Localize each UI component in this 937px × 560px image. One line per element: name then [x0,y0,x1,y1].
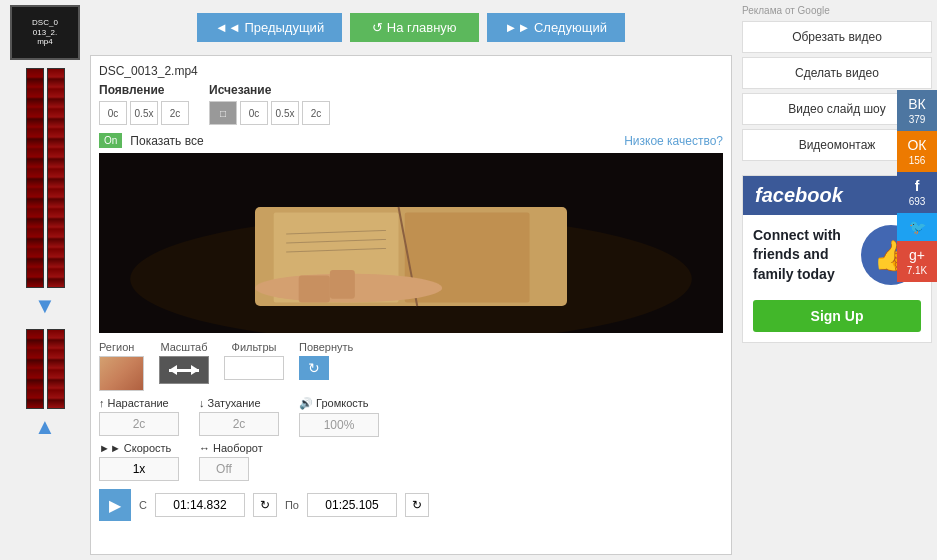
filter-input[interactable] [224,356,284,380]
playback-controls: ↑ Нарастание ↓ Затухание 🔊 Громкость [99,397,723,437]
volume-label: 🔊 Громкость [299,397,379,410]
effects-row: Появление 0c 0.5x 2c Исчезание □ 0c 0.5x [99,83,723,125]
twitter-icon: 🐦 [909,219,926,235]
on-badge[interactable]: On [99,133,122,148]
to-time-input[interactable] [307,493,397,517]
app-container: DSC_0013_2.mp4 ▼ ▲ ◄◄ Предыдущий ↺ На гл… [0,0,937,560]
reverse-control: ↔ Наоборот [199,442,263,481]
speed-controls: ►► Скорость ↔ Наоборот [99,442,723,481]
ok-button[interactable]: ОК 156 [897,131,937,172]
reverse-label: ↔ Наоборот [199,442,263,454]
thumb-label: DSC_0013_2.mp4 [32,18,58,47]
googleplus-icon: g+ [909,247,925,263]
vk-icon: ВК [908,96,926,112]
volume-control: 🔊 Громкость [299,397,379,437]
film-strip: DSC_0013_2.mp4 ▼ ▲ [0,0,90,560]
facebook-text: Connect with friends and family today [753,226,853,285]
svg-rect-7 [299,275,330,302]
scale-control: Масштаб [159,341,209,384]
volume-input[interactable] [299,413,379,437]
from-label: С [139,499,147,511]
disappear-btn-2c[interactable]: 2c [302,101,330,125]
facebook-title: facebook [755,184,843,207]
vk-button[interactable]: ВК 379 [897,90,937,131]
filter-control: Фильтры [224,341,284,380]
to-label: По [285,499,299,511]
make-video-button[interactable]: Сделать видео [742,57,932,89]
speed-label: ►► Скорость [99,442,179,454]
reverse-toggle[interactable] [199,457,249,481]
rotate-label: Повернуть [299,341,353,353]
rise-label: ↑ Нарастание [99,397,179,409]
appearance-section: Появление 0c 0.5x 2c [99,83,189,125]
filename: DSC_0013_2.mp4 [99,64,723,78]
next-button[interactable]: ►► Следующий [487,13,625,42]
waveform-right [47,68,65,288]
vk-count: 379 [909,114,926,125]
trim-video-button[interactable]: Обрезать видео [742,21,932,53]
film-thumbnail[interactable]: DSC_0013_2.mp4 [10,5,80,60]
timeline-controls: ▶ С ↻ По ↻ [99,489,723,521]
fade-label: ↓ Затухание [199,397,279,409]
googleplus-button[interactable]: g+ 7.1K [897,241,937,282]
disappearance-section: Исчезание □ 0c 0.5x 2c [209,83,330,125]
center-panel: ◄◄ Предыдущий ↺ На главную ►► Следующий … [90,0,737,560]
waveform-bottom-left [26,329,44,409]
top-navigation: ◄◄ Предыдущий ↺ На главную ►► Следующий [90,5,732,50]
bottom-controls: Регион Масштаб Фильтры [99,341,723,391]
twitter-button[interactable]: 🐦 [897,213,937,241]
quality-bar: On Показать все Низкое качество? [99,133,723,148]
region-label: Регион [99,341,144,353]
rotate-control: Повернуть ↻ [299,341,353,380]
show-all-label: Показать все [130,134,203,148]
disappear-btn-square[interactable]: □ [209,101,237,125]
ad-label: Реклама от Google [742,5,932,16]
waveform-left [26,68,44,288]
scroll-up-arrow[interactable]: ▲ [34,414,56,440]
facebook-share-count: 693 [909,196,926,207]
video-editor: DSC_0013_2.mp4 Появление 0c 0.5x 2c Исче… [90,55,732,555]
rise-control: ↑ Нарастание [99,397,179,437]
scale-icon[interactable] [159,356,209,384]
disappear-btn-05x[interactable]: 0.5x [271,101,299,125]
speed-input[interactable] [99,457,179,481]
scale-label: Масштаб [159,341,209,353]
scroll-down-arrow[interactable]: ▼ [34,293,56,319]
video-frame [99,153,723,333]
from-time-input[interactable] [155,493,245,517]
disappearance-label: Исчезание [209,83,330,97]
rotate-button[interactable]: ↻ [299,356,329,380]
from-refresh-button[interactable]: ↻ [253,493,277,517]
waveform-bottom-right [47,329,65,409]
googleplus-count: 7.1K [907,265,928,276]
facebook-share-button[interactable]: f 693 [897,172,937,213]
ok-count: 156 [909,155,926,166]
facebook-share-icon: f [915,178,920,194]
main-button[interactable]: ↺ На главную [350,13,478,42]
svg-rect-8 [330,270,355,299]
filter-label: Фильтры [224,341,284,353]
facebook-tagline: Connect with friends and family today [753,226,853,285]
disappear-btn-0c[interactable]: 0c [240,101,268,125]
video-preview [99,153,723,333]
appear-btn-0c[interactable]: 0c [99,101,127,125]
facebook-signup-button[interactable]: Sign Up [753,300,921,332]
fade-control: ↓ Затухание [199,397,279,437]
fade-input[interactable] [199,412,279,436]
low-quality-link[interactable]: Низкое качество? [624,134,723,148]
appear-btn-05x[interactable]: 0.5x [130,101,158,125]
ok-icon: ОК [907,137,926,153]
region-thumbnail[interactable] [99,356,144,391]
prev-button[interactable]: ◄◄ Предыдущий [197,13,342,42]
appear-btn-2c[interactable]: 2c [161,101,189,125]
to-refresh-button[interactable]: ↻ [405,493,429,517]
play-button[interactable]: ▶ [99,489,131,521]
rise-input[interactable] [99,412,179,436]
speed-control: ►► Скорость [99,442,179,481]
social-bar: ВК 379 ОК 156 f 693 🐦 g+ 7.1K [897,90,937,282]
region-control: Регион [99,341,144,391]
appearance-label: Появление [99,83,189,97]
